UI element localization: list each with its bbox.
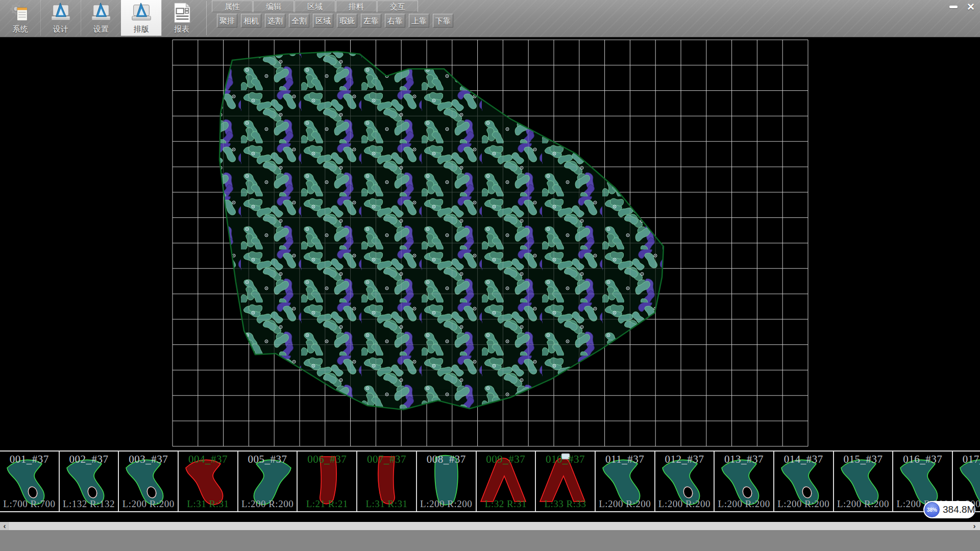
piece-thumbnail-14[interactable]: 014_#37 L:200 R:200 <box>774 452 834 511</box>
tool-button-9[interactable]: 上靠 <box>409 14 429 28</box>
piece-name-label: 009_#37 <box>477 453 535 466</box>
tool-button-2[interactable]: 相机 <box>241 14 261 28</box>
piece-thumbnail-7[interactable]: 007_#37 L:31 R:31 <box>357 452 417 511</box>
toolbar-button-1[interactable]: 系统 <box>0 0 40 36</box>
tool-button-6[interactable]: 瑕疵 <box>337 14 357 28</box>
piece-count-label: L:700 R:700 <box>0 498 59 510</box>
app-window: 系统 设计 设置 排版 报表 属性编辑区域排料交互 聚排相机选割全割区域瑕疵左靠… <box>0 0 980 551</box>
piece-name-label: 010_#37 <box>536 453 595 466</box>
piece-thumbnail-9[interactable]: 009_#37 L:32 R:31 <box>477 452 536 511</box>
menu-tab-3[interactable]: 区域 <box>295 1 335 12</box>
piece-list: 001_#37 L:700 R:700 002_#37 L:132 R:132 … <box>0 450 980 512</box>
menu-tab-2[interactable]: 编辑 <box>253 1 294 12</box>
toolbar-button-label: 设置 <box>93 24 109 34</box>
toolbar-button-label: 设计 <box>53 24 68 34</box>
nesting-canvas-svg <box>0 37 980 450</box>
piece-thumbnail-1[interactable]: 001_#37 L:700 R:700 <box>0 452 60 511</box>
scroll-left-button[interactable]: ‹ <box>0 522 9 530</box>
piece-thumbnail-13[interactable]: 013_#37 L:200 R:200 <box>715 452 774 511</box>
piece-count-label: L:31 R:31 <box>357 498 416 510</box>
leather-hide-shape[interactable] <box>219 52 664 410</box>
toolbar-button-label: 报表 <box>174 24 189 34</box>
menu-tab-4[interactable]: 排料 <box>336 1 377 12</box>
piece-count-label: L:200 R:200 <box>834 498 893 510</box>
piece-thumbnail-11[interactable]: 011_#37 L:200 R:200 <box>596 452 655 511</box>
close-button[interactable]: ✕ <box>964 2 978 12</box>
tool-button-5[interactable]: 区域 <box>313 14 333 28</box>
nesting-ruler-icon <box>130 1 153 24</box>
settings-ruler-icon <box>89 1 113 24</box>
tool-button-8[interactable]: 右靠 <box>385 14 405 28</box>
toolbar-button-2[interactable]: 设计 <box>40 0 81 36</box>
toolbar-button-label: 排版 <box>134 24 149 34</box>
toolbar-button-label: 系统 <box>13 24 28 34</box>
piece-count-label: L:33 R:33 <box>536 498 595 510</box>
system-gear-icon <box>9 1 32 24</box>
toolbar-button-3[interactable]: 设置 <box>81 0 121 36</box>
tool-button-10[interactable]: 下靠 <box>433 14 453 28</box>
tool-button-7[interactable]: 左靠 <box>361 14 381 28</box>
piece-name-label: 002_#37 <box>60 453 118 466</box>
piece-name-label: 008_#37 <box>417 453 476 466</box>
menu-area: 属性编辑区域排料交互 聚排相机选割全割区域瑕疵左靠右靠上靠下靠 <box>209 0 944 37</box>
report-document-icon <box>170 1 193 24</box>
piece-name-label: 017_#37 <box>953 453 980 466</box>
piece-thumbnail-8[interactable]: 008_#37 L:200 R:200 <box>417 452 477 511</box>
top-toolbar: 系统 设计 设置 排版 报表 属性编辑区域排料交互 聚排相机选割全割区域瑕疵左靠… <box>0 0 980 37</box>
main-icon-toolbar: 系统 设计 设置 排版 报表 <box>0 0 202 36</box>
piece-count-label: L:200 R:200 <box>417 498 476 510</box>
piece-count-label: L:200 R:200 <box>715 498 773 510</box>
piece-name-label: 016_#37 <box>893 453 952 466</box>
piece-name-label: 011_#37 <box>596 453 654 466</box>
progress-indicator: 38% 384.8M <box>923 501 975 518</box>
nesting-canvas[interactable] <box>0 37 980 450</box>
piece-name-label: 007_#37 <box>357 453 416 466</box>
memory-usage-label: 384.8M <box>943 501 975 518</box>
piece-count-label: L:200 R:200 <box>596 498 654 510</box>
piece-name-label: 013_#37 <box>715 453 773 466</box>
menu-tab-bar: 属性编辑区域排料交互 <box>212 1 419 13</box>
piece-count-label: L:21 R:21 <box>298 498 356 510</box>
horizontal-scrollbar[interactable]: ‹ › <box>0 522 980 530</box>
progress-percent-badge: 38% <box>924 502 940 517</box>
menu-tab-5[interactable]: 交互 <box>377 1 418 12</box>
piece-thumbnail-6[interactable]: 006_#37 L:21 R:21 <box>298 452 357 511</box>
tool-button-bar: 聚排相机选割全割区域瑕疵左靠右靠上靠下靠 <box>217 14 453 28</box>
tool-button-3[interactable]: 选割 <box>265 14 285 28</box>
minimize-icon <box>949 6 958 8</box>
tool-button-4[interactable]: 全割 <box>289 14 309 28</box>
tool-button-1[interactable]: 聚排 <box>217 14 237 28</box>
piece-name-label: 003_#37 <box>119 453 178 466</box>
piece-count-label: L:200 R:200 <box>238 498 297 510</box>
piece-name-label: 005_#37 <box>238 453 297 466</box>
toolbar-button-5[interactable]: 报表 <box>161 0 202 36</box>
piece-name-label: 015_#37 <box>834 453 893 466</box>
piece-thumbnail-12[interactable]: 012_#37 L:200 R:200 <box>655 452 715 511</box>
piece-name-label: 001_#37 <box>0 453 59 466</box>
piece-count-label: L:200 R:200 <box>119 498 178 510</box>
status-band <box>0 530 980 551</box>
design-ruler-icon <box>49 1 72 24</box>
piece-thumbnail-3[interactable]: 003_#37 L:200 R:200 <box>119 452 179 511</box>
piece-name-label: 004_#37 <box>179 453 237 466</box>
piece-count-label: L:200 R:200 <box>774 498 833 510</box>
piece-name-label: 012_#37 <box>655 453 714 466</box>
piece-thumbnail-4[interactable]: 004_#37 L:31 R:31 <box>179 452 238 511</box>
piece-thumbnail-5[interactable]: 005_#37 L:200 R:200 <box>238 452 298 511</box>
piece-name-label: 006_#37 <box>298 453 356 466</box>
piece-count-label: L:200 R:200 <box>655 498 714 510</box>
piece-count-label: L:31 R:31 <box>179 498 237 510</box>
piece-thumbnail-2[interactable]: 002_#37 L:132 R:132 <box>60 452 119 511</box>
piece-count-label: L:32 R:31 <box>477 498 535 510</box>
piece-thumbnail-10[interactable]: 010_#37 L:33 R:33 <box>536 452 596 511</box>
piece-thumbnail-15[interactable]: 015_#37 L:200 R:200 <box>834 452 894 511</box>
scroll-right-button[interactable]: › <box>970 522 979 530</box>
minimize-button[interactable] <box>946 2 961 12</box>
window-controls: ✕ <box>946 2 978 12</box>
piece-count-label: L:132 R:132 <box>60 498 118 510</box>
piece-name-label: 014_#37 <box>774 453 833 466</box>
toolbar-button-4[interactable]: 排版 <box>121 0 161 36</box>
menu-tab-1[interactable]: 属性 <box>212 1 253 12</box>
